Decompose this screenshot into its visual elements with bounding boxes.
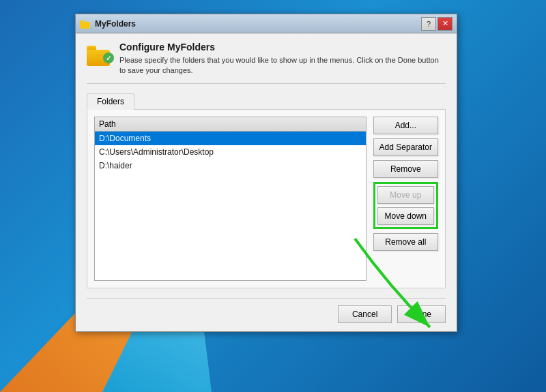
tab-bar: Folders [87,93,446,110]
done-button[interactable]: Done [397,305,446,323]
remove-all-button[interactable]: Remove all [373,233,438,251]
list-header: Path [94,117,367,131]
button-panel: Add... Add Separator Remove Move up Move… [373,117,438,281]
checkmark-icon: ✓ [103,52,114,63]
title-folder-icon [80,19,91,29]
window-title: MyFolders [95,19,136,29]
folder-list-container: Path D:\Documents C:\Users\Administrator… [94,117,367,281]
dialog-description: Please specify the folders that you woul… [119,55,446,76]
help-button[interactable]: ? [421,17,436,31]
remove-button[interactable]: Remove [373,160,438,178]
tab-folders[interactable]: Folders [87,93,134,110]
list-item[interactable]: D:\haider [95,159,366,172]
bottom-bar: Cancel Done [87,298,446,323]
cancel-button[interactable]: Cancel [338,305,392,323]
move-down-button[interactable]: Move down [377,207,434,225]
dialog-body: ✓ Configure MyFolders Please specify the… [76,33,457,331]
header-section: ✓ Configure MyFolders Please specify the… [87,42,446,84]
highlighted-button-group: Move up Move down [373,182,438,229]
add-button[interactable]: Add... [373,117,438,134]
title-bar: MyFolders ? ✕ [76,14,457,33]
folder-listbox[interactable]: D:\Documents C:\Users\Administrator\Desk… [94,131,367,281]
list-item[interactable]: D:\Documents [95,132,366,145]
list-item[interactable]: C:\Users\Administrator\Desktop [95,145,366,159]
close-button[interactable]: ✕ [437,17,452,31]
header-icon: ✓ [87,42,111,66]
dialog-title: Configure MyFolders [119,42,446,52]
move-up-button[interactable]: Move up [377,186,434,204]
main-window: MyFolders ? ✕ ✓ Configure MyFolders Plea… [75,14,457,332]
tab-content: Path D:\Documents C:\Users\Administrator… [87,109,446,288]
add-separator-button[interactable]: Add Separator [373,138,438,156]
svg-rect-1 [80,20,85,24]
